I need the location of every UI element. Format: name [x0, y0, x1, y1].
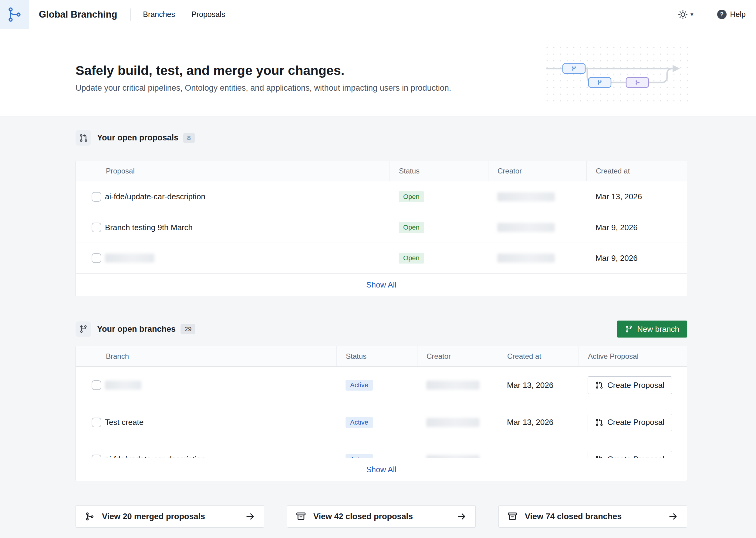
create-proposal-label: Create Proposal	[607, 418, 665, 427]
created-at-value: Mar 9, 2026	[586, 253, 687, 263]
branches-table-body: Active Mar 13, 2026 Create Proposal Test…	[76, 367, 687, 458]
arrow-right-icon	[669, 512, 678, 521]
app-logo[interactable]	[0, 0, 29, 29]
column-header-created-at: Created at	[498, 346, 579, 366]
git-branch-icon	[79, 325, 88, 333]
git-branch-icon	[625, 325, 633, 333]
creator-redacted	[497, 253, 555, 263]
help-button[interactable]: ? Help	[717, 10, 746, 19]
branches-section-title: Your open branches	[97, 325, 176, 334]
branch-chip-blue-1	[563, 64, 585, 74]
card-label: View 74 closed branches	[525, 512, 622, 521]
proposal-name: ai-fde/update-car-description	[105, 192, 205, 201]
create-proposal-button[interactable]: Create Proposal	[588, 451, 672, 458]
branch-name: Test create	[105, 418, 144, 427]
created-at-value: Mar 13, 2026	[498, 381, 579, 390]
proposals-table-body: ai-fde/update-car-description Open Mar 1…	[76, 181, 687, 273]
column-header-active-proposal: Active Proposal	[579, 346, 687, 366]
view-closed-branches-card[interactable]: View 74 closed branches	[498, 505, 687, 528]
column-header-creator: Creator	[488, 161, 586, 181]
chevron-down-icon: ▾	[690, 11, 693, 18]
merge-icon	[85, 512, 94, 521]
proposals-section-header: Your open proposals 8	[76, 130, 687, 145]
pull-request-icon	[595, 381, 603, 389]
column-header-created-at: Created at	[586, 161, 687, 181]
footer-cards: View 20 merged proposals View 42 closed …	[76, 505, 687, 528]
create-proposal-button[interactable]: Create Proposal	[588, 376, 672, 394]
card-label: View 42 closed proposals	[314, 512, 413, 521]
row-checkbox[interactable]	[91, 223, 101, 232]
theme-selector[interactable]: ▾	[678, 10, 693, 19]
table-row[interactable]: Test create Active Mar 13, 2026 Create P…	[76, 404, 687, 441]
row-checkbox[interactable]	[91, 253, 101, 263]
nav-item-branches[interactable]: Branches	[143, 10, 175, 19]
arrow-right-icon	[246, 512, 255, 521]
branching-illustration	[547, 47, 689, 103]
archive-icon	[508, 512, 517, 521]
hero-section: Safely build, test, and merge your chang…	[0, 29, 756, 117]
sun-icon	[678, 10, 687, 19]
show-all-link[interactable]: Show All	[366, 465, 396, 474]
column-header-proposal: Proposal	[76, 161, 389, 181]
branches-show-all-row: Show All	[76, 458, 687, 481]
proposals-table: Proposal Status Creator Created at ai-fd…	[76, 161, 687, 296]
create-proposal-label: Create Proposal	[607, 455, 665, 458]
pull-request-icon	[79, 134, 88, 142]
column-header-status: Status	[389, 161, 488, 181]
arrow-right-icon	[457, 512, 466, 521]
help-label: Help	[730, 10, 746, 19]
table-row[interactable]: Active Mar 13, 2026 Create Proposal	[76, 367, 687, 404]
created-at-value: Mar 9, 2026	[586, 223, 687, 232]
table-row[interactable]: ai-fde/update-car-description Active Cre…	[76, 441, 687, 458]
nav-item-proposals[interactable]: Proposals	[192, 10, 225, 19]
creator-redacted	[497, 223, 555, 232]
branch-chip-purple	[626, 78, 649, 87]
status-badge: Active	[346, 380, 373, 391]
creator-redacted	[426, 418, 480, 427]
status-badge: Active	[346, 454, 373, 458]
table-row[interactable]: ai-fde/update-car-description Open Mar 1…	[76, 181, 687, 212]
table-row[interactable]: Open Mar 9, 2026	[76, 242, 687, 273]
creator-redacted	[426, 381, 480, 390]
nav-divider	[131, 9, 131, 21]
proposals-count-badge: 8	[183, 133, 195, 143]
status-badge: Active	[346, 417, 373, 428]
proposals-section-title: Your open proposals	[97, 133, 178, 142]
branching-logo-icon	[7, 7, 23, 23]
proposals-section-icon-tile	[76, 130, 91, 145]
status-badge: Open	[399, 191, 424, 202]
proposal-name: Branch testing 9th March	[105, 223, 193, 232]
navbar-right: ▾ ? Help	[678, 10, 756, 19]
card-label: View 20 merged proposals	[102, 512, 205, 521]
table-row[interactable]: Branch testing 9th March Open Mar 9, 202…	[76, 212, 687, 242]
row-checkbox[interactable]	[91, 192, 101, 202]
pull-request-icon	[595, 418, 603, 426]
branch-chip-blue-2	[589, 78, 611, 87]
top-navbar: Global Branching Branches Proposals ▾ ? …	[0, 0, 756, 29]
view-merged-proposals-card[interactable]: View 20 merged proposals	[76, 505, 264, 528]
status-badge: Open	[399, 253, 424, 264]
column-header-branch: Branch	[76, 346, 336, 366]
row-checkbox[interactable]	[91, 455, 101, 458]
creator-redacted	[497, 192, 555, 201]
branches-table: Branch Status Creator Created at Active …	[76, 346, 687, 481]
archive-icon	[296, 512, 306, 521]
branches-section-header: Your open branches 29 New branch	[76, 321, 687, 338]
pull-request-icon	[595, 456, 603, 458]
create-proposal-button[interactable]: Create Proposal	[588, 414, 672, 431]
new-branch-button[interactable]: New branch	[617, 321, 687, 338]
row-checkbox[interactable]	[91, 418, 101, 427]
created-at-value: Mar 13, 2026	[586, 192, 687, 201]
status-badge: Open	[399, 222, 424, 233]
help-icon: ?	[717, 10, 727, 19]
app-title: Global Branching	[39, 9, 117, 20]
creator-redacted	[426, 455, 480, 458]
view-closed-proposals-card[interactable]: View 42 closed proposals	[287, 505, 476, 528]
main-content: Your open proposals 8 Proposal Status Cr…	[76, 130, 687, 528]
row-checkbox[interactable]	[91, 380, 101, 390]
created-at-value: Mar 13, 2026	[498, 418, 579, 427]
branch-name-redacted	[105, 381, 142, 390]
column-header-status: Status	[336, 346, 417, 366]
show-all-link[interactable]: Show All	[366, 280, 396, 290]
branches-section-icon-tile	[76, 321, 91, 337]
